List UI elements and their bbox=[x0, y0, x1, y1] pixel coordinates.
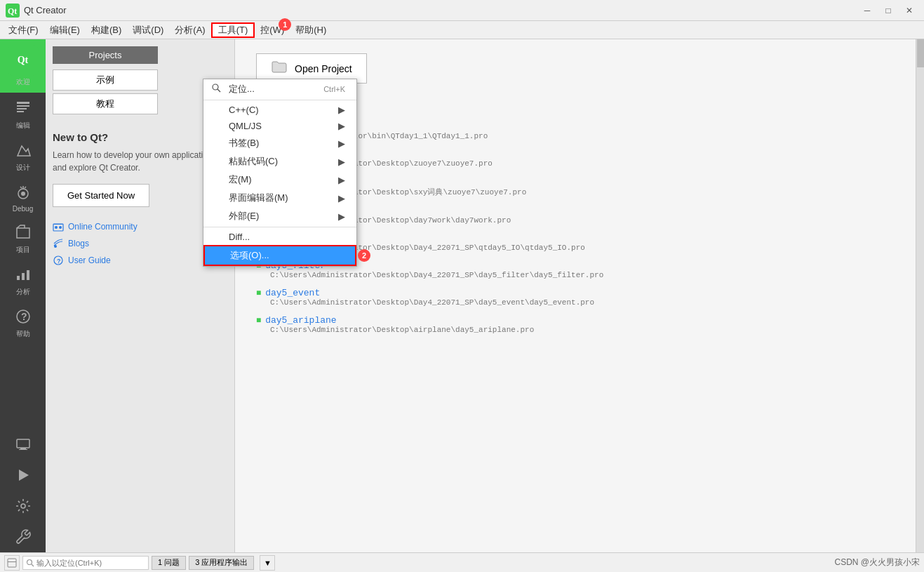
userguide-label: User Guide bbox=[68, 255, 111, 265]
sidebar-projects[interactable]: 项目 bbox=[0, 217, 46, 259]
sidebar-run[interactable] bbox=[0, 460, 46, 491]
sidebar-debug[interactable]: Debug bbox=[0, 177, 46, 217]
minimize-button[interactable]: ─ bbox=[858, 4, 876, 18]
menu-tools-external[interactable]: 外部(E) ▶ bbox=[203, 207, 356, 225]
sidebar-build2[interactable] bbox=[0, 491, 46, 521]
project-item-7[interactable]: ■ day5_ariplane C:\Users\Administrator\D… bbox=[256, 315, 895, 334]
project-icon-6: ■ bbox=[256, 288, 261, 298]
macro-label: 宏(M) bbox=[229, 173, 252, 186]
svg-point-20 bbox=[55, 226, 58, 229]
blogs-label: Blogs bbox=[68, 239, 89, 248]
project-name-6: ■ day5_event bbox=[256, 288, 895, 298]
status-arrow-btn[interactable]: ▼ bbox=[260, 555, 275, 571]
projects-icon bbox=[12, 221, 34, 244]
sidebar-design[interactable]: 设计 bbox=[0, 135, 46, 177]
bookmarks-label: 书签(B) bbox=[229, 137, 259, 149]
project-path-2: C:\Users\Administrator\Desktop\sxy词典\zuo… bbox=[270, 187, 895, 197]
menu-build[interactable]: 构建(B) bbox=[86, 22, 127, 38]
sidebar-debug-label: Debug bbox=[13, 205, 33, 213]
status-icon-btn[interactable] bbox=[4, 555, 20, 571]
svg-line-27 bbox=[217, 89, 220, 92]
tutorial-button[interactable]: 教程 bbox=[53, 93, 158, 114]
get-started-button[interactable]: Get Started Now bbox=[53, 184, 149, 207]
menu-file[interactable]: 文件(F) bbox=[3, 22, 44, 38]
projects-button[interactable]: Projects bbox=[53, 46, 158, 64]
svg-rect-5 bbox=[17, 111, 24, 112]
sidebar-wrench[interactable] bbox=[0, 521, 46, 552]
example-button[interactable]: 示例 bbox=[53, 69, 158, 91]
menu-help[interactable]: 帮助(H) bbox=[290, 22, 332, 38]
scrollbar-thumb[interactable] bbox=[917, 39, 924, 67]
menu-edit[interactable]: 编辑(E) bbox=[44, 22, 86, 38]
dropdown-divider-2 bbox=[203, 227, 356, 227]
menu-tools-uieditor[interactable]: 界面编辑器(M) ▶ bbox=[203, 189, 356, 207]
project-path-5: C:\Users\Administrator\Desktop\Day4_2207… bbox=[270, 271, 895, 279]
svg-rect-11 bbox=[27, 270, 29, 280]
close-button[interactable]: ✕ bbox=[900, 4, 918, 18]
status-tab-problems[interactable]: 1 问题 bbox=[152, 556, 186, 570]
search-input[interactable] bbox=[36, 559, 142, 567]
userguide-link[interactable]: ? User Guide bbox=[53, 255, 227, 266]
blogs-link[interactable]: Blogs bbox=[53, 238, 227, 249]
title-bar: Qt Qt Creator ─ □ ✕ bbox=[0, 0, 924, 21]
svg-rect-28 bbox=[8, 559, 16, 567]
uieditor-arrow: ▶ bbox=[338, 193, 345, 204]
wrench-icon bbox=[12, 526, 34, 548]
debug-icon bbox=[12, 181, 34, 204]
menu-tools[interactable]: 工具(T) bbox=[211, 22, 255, 38]
menu-tools-bookmarks[interactable]: 书签(B) ▶ bbox=[203, 134, 356, 152]
menu-tools-qmljs[interactable]: QML/JS ▶ bbox=[203, 118, 356, 134]
svg-text:?: ? bbox=[57, 258, 61, 265]
sidebar-design-label: 设计 bbox=[16, 163, 30, 173]
pastecode-label: 粘贴代码(C) bbox=[229, 155, 278, 168]
svg-marker-17 bbox=[19, 470, 29, 481]
search-icon bbox=[26, 559, 34, 567]
new-to-qt-description: Learn how to develop your own applicatio… bbox=[53, 149, 227, 174]
menu-tools-cpp[interactable]: C++(C) ▶ bbox=[203, 102, 356, 118]
menu-controls[interactable]: 控(W) 1 bbox=[255, 22, 290, 38]
svg-rect-14 bbox=[17, 439, 29, 448]
cpp-label: C++(C) bbox=[229, 105, 259, 115]
sidebar-editor[interactable]: 编辑 bbox=[0, 93, 46, 135]
options-badge: 2 bbox=[358, 249, 370, 262]
svg-point-18 bbox=[21, 504, 25, 508]
new-to-qt-title: New to Qt? bbox=[53, 131, 227, 143]
community-icon bbox=[53, 221, 64, 232]
sidebar-welcome[interactable]: Qt 欢迎 bbox=[0, 39, 46, 93]
maximize-button[interactable]: □ bbox=[879, 4, 897, 18]
status-search[interactable] bbox=[22, 556, 149, 570]
project-path-0: E:\QT\Tools\QtCreator\bin\QTday1_1\QTday… bbox=[270, 132, 895, 140]
status-bar: 1 问题 3 应用程序输出 ▼ CSDN @火火男孩小宋 bbox=[0, 552, 924, 572]
project-name-7: ■ day5_ariplane bbox=[256, 315, 895, 326]
project-path-6: C:\Users\Administrator\Desktop\Day4_2207… bbox=[270, 298, 895, 307]
menu-debug[interactable]: 调试(D) bbox=[127, 22, 169, 38]
svg-rect-15 bbox=[20, 448, 26, 449]
arrow-down-btn[interactable]: ▼ bbox=[260, 555, 275, 571]
menu-tools-macro[interactable]: 宏(M) ▶ bbox=[203, 171, 356, 189]
svg-rect-2 bbox=[17, 102, 29, 104]
options-label: 选项(O)... bbox=[230, 249, 269, 262]
sidebar-analyze[interactable]: 分析 bbox=[0, 259, 46, 301]
status-tab-output[interactable]: 3 应用程序输出 bbox=[189, 556, 254, 570]
menu-tools-label: 工具(T) bbox=[218, 24, 248, 36]
menu-tools-pastecode[interactable]: 粘贴代码(C) ▶ bbox=[203, 152, 356, 171]
status-right-text: CSDN @火火男孩小宋 bbox=[834, 557, 920, 568]
project-item-6[interactable]: ■ day5_event C:\Users\Administrator\Desk… bbox=[256, 288, 895, 307]
svg-rect-16 bbox=[19, 449, 27, 450]
macro-arrow: ▶ bbox=[338, 175, 345, 185]
svg-rect-8 bbox=[17, 228, 29, 238]
sidebar-help[interactable]: ? 帮助 bbox=[0, 301, 46, 343]
sidebar-device[interactable] bbox=[0, 429, 46, 460]
menu-tools-diff[interactable]: Diff... bbox=[203, 229, 356, 245]
run-icon bbox=[12, 464, 34, 486]
sidebar-editor-label: 编辑 bbox=[16, 121, 30, 131]
svg-rect-29 bbox=[8, 561, 16, 562]
menu-analyze[interactable]: 分析(A) bbox=[169, 22, 210, 38]
menu-tools-options[interactable]: 选项(O)... 2 bbox=[203, 245, 356, 266]
project-path-7: C:\Users\Administrator\Desktop\airplane\… bbox=[270, 326, 895, 334]
svg-rect-22 bbox=[54, 224, 62, 225]
scrollbar[interactable] bbox=[916, 39, 924, 552]
community-link[interactable]: Online Community bbox=[53, 221, 227, 232]
menu-tools-locate[interactable]: 定位... Ctrl+K bbox=[203, 79, 356, 98]
open-project-label: Open Project bbox=[295, 63, 352, 74]
